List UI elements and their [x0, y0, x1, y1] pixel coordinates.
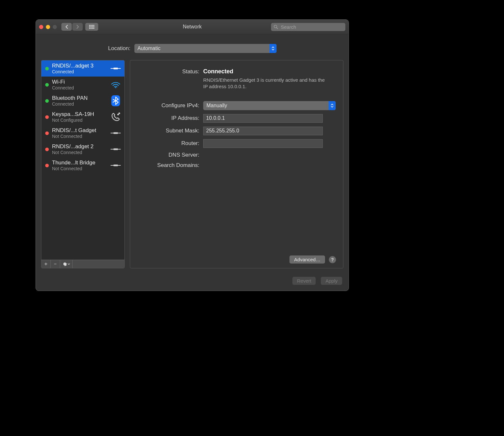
- svg-rect-1: [90, 25, 91, 26]
- interface-name: Bluetooth PAN: [52, 95, 107, 101]
- main-area: RNDIS/...adget 3Connected Wi-FiConnected…: [36, 60, 349, 274]
- interface-name: RNDIS/...adget 2: [52, 143, 107, 150]
- interface-status: Not Configured: [52, 118, 107, 123]
- interface-item[interactable]: RNDIS/...t GadgetNot Connected: [41, 125, 124, 141]
- select-stepper-icon: [269, 44, 277, 53]
- interface-item[interactable]: Wi-FiConnected: [41, 77, 124, 93]
- svg-rect-5: [90, 26, 91, 27]
- interface-name: Keyspa...SA-19H: [52, 111, 107, 118]
- svg-point-27: [116, 132, 118, 134]
- interface-status: Not Connected: [52, 150, 107, 155]
- add-interface-button[interactable]: ＋: [41, 260, 51, 268]
- router-field[interactable]: [203, 139, 323, 148]
- svg-point-22: [119, 113, 120, 114]
- ethernet-icon: [110, 144, 121, 155]
- configure-ipv4-label: Configure IPv4:: [137, 102, 203, 109]
- svg-rect-11: [93, 28, 94, 29]
- interface-item[interactable]: Bluetooth PANConnected: [41, 93, 124, 109]
- ip-address-label: IP Address:: [137, 115, 203, 121]
- svg-rect-10: [92, 28, 93, 29]
- svg-rect-8: [89, 28, 90, 29]
- zoom-window-button[interactable]: [53, 25, 57, 29]
- svg-rect-4: [89, 26, 90, 27]
- svg-rect-9: [90, 28, 91, 29]
- interface-item[interactable]: Keyspa...SA-19HNot Configured: [41, 109, 124, 125]
- grid-icon: [89, 25, 94, 29]
- status-dot: [45, 99, 49, 103]
- interface-status: Connected: [52, 69, 107, 74]
- interface-status: Connected: [52, 101, 107, 107]
- configure-ipv4-value: Manually: [206, 103, 227, 109]
- interfaces-sidebar: RNDIS/...adget 3Connected Wi-FiConnected…: [41, 60, 125, 268]
- chevron-left-icon: [65, 25, 68, 29]
- interface-name: Thunde...lt Bridge: [52, 160, 107, 166]
- status-dot: [45, 83, 49, 87]
- search-field[interactable]: [271, 23, 345, 31]
- chevron-down-icon: [68, 263, 70, 265]
- preferences-window: Network Location: Automatic RNDIS/...adg…: [36, 19, 349, 291]
- interface-status: Not Connected: [52, 134, 107, 139]
- interface-item[interactable]: RNDIS/...adget 2Not Connected: [41, 141, 124, 157]
- gear-icon: [62, 262, 67, 266]
- location-select[interactable]: Automatic: [134, 44, 277, 53]
- ethernet-icon: [110, 63, 121, 74]
- svg-point-19: [115, 87, 116, 88]
- svg-point-32: [116, 149, 118, 150]
- chevron-right-icon: [76, 25, 79, 29]
- svg-point-25: [114, 132, 115, 134]
- svg-rect-7: [93, 26, 94, 27]
- location-value: Automatic: [138, 46, 161, 51]
- apply-button[interactable]: Apply: [321, 277, 342, 285]
- remove-interface-button[interactable]: －: [51, 260, 60, 268]
- wifi-icon: [110, 79, 121, 90]
- phone-icon: [110, 111, 121, 122]
- interface-status: Connected: [52, 85, 107, 90]
- interface-item[interactable]: Thunde...lt BridgeNot Connected: [41, 157, 124, 173]
- svg-point-35: [114, 165, 115, 166]
- search-icon: [274, 25, 278, 29]
- search-input[interactable]: [280, 24, 343, 30]
- configure-ipv4-select[interactable]: Manually: [203, 101, 336, 110]
- back-button[interactable]: [61, 23, 72, 31]
- svg-point-17: [115, 68, 116, 69]
- ip-address-field[interactable]: [203, 114, 323, 123]
- sidebar-footer: ＋ －: [41, 260, 124, 268]
- svg-point-18: [116, 68, 118, 69]
- location-bar: Location: Automatic: [36, 34, 349, 60]
- interface-status: Not Connected: [52, 166, 107, 171]
- status-dot: [45, 131, 49, 135]
- status-label: Status:: [137, 68, 203, 75]
- svg-rect-2: [92, 25, 93, 26]
- subnet-mask-field[interactable]: [203, 127, 323, 135]
- svg-line-13: [277, 27, 278, 29]
- svg-rect-0: [89, 25, 90, 26]
- subnet-mask-label: Subnet Mask:: [137, 128, 203, 134]
- svg-rect-3: [93, 25, 94, 26]
- location-label: Location:: [108, 45, 131, 52]
- svg-point-30: [114, 149, 115, 150]
- interface-item[interactable]: RNDIS/...adget 3Connected: [41, 60, 124, 77]
- status-dot: [45, 115, 49, 119]
- status-value: Connected: [203, 68, 336, 75]
- ethernet-icon: [110, 128, 121, 139]
- svg-point-31: [115, 149, 116, 150]
- show-all-button[interactable]: [85, 23, 98, 31]
- search-domains-label: Search Domains:: [137, 162, 203, 169]
- window-controls: [39, 25, 57, 29]
- svg-point-37: [116, 165, 118, 166]
- minimize-window-button[interactable]: [46, 25, 50, 29]
- nav-buttons: [61, 23, 83, 31]
- dns-server-label: DNS Server:: [137, 152, 203, 158]
- close-window-button[interactable]: [39, 25, 43, 29]
- svg-point-21: [118, 114, 119, 115]
- interface-name: Wi-Fi: [52, 79, 107, 85]
- forward-button[interactable]: [72, 23, 83, 31]
- interface-actions-button[interactable]: [60, 260, 73, 268]
- revert-button[interactable]: Revert: [292, 277, 316, 285]
- svg-point-36: [115, 165, 116, 166]
- advanced-button[interactable]: Advanced…: [289, 255, 325, 264]
- select-stepper-icon: [329, 101, 336, 110]
- help-button[interactable]: ?: [329, 256, 336, 263]
- ethernet-icon: [110, 160, 121, 171]
- bluetooth-icon: [110, 95, 121, 106]
